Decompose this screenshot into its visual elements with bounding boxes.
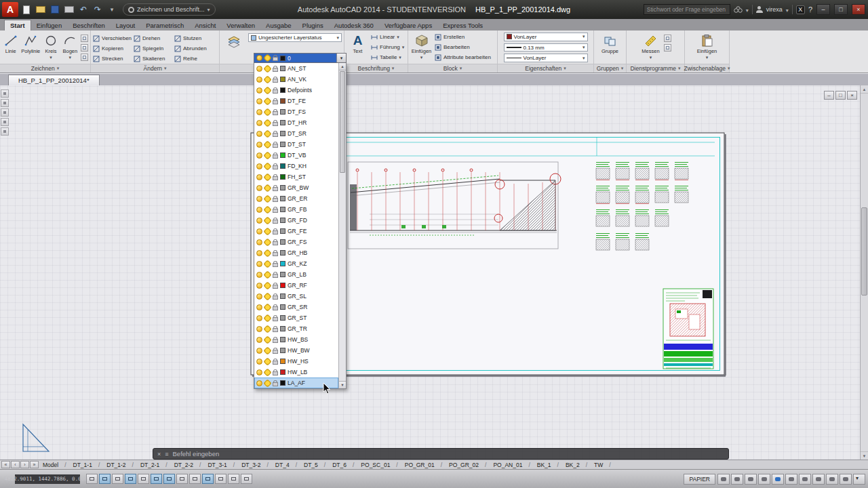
layer-color-swatch[interactable] [280,142,285,147]
layer-color-swatch[interactable] [280,207,285,212]
tpy-toggle[interactable] [228,474,239,484]
mini-tool-icon[interactable] [1,89,9,98]
layout-tab[interactable]: PO_AN_01 [490,462,533,468]
layer-list-item[interactable]: GR_SR [254,302,338,312]
block-tool-button[interactable]: Attribute bearbeiten [435,54,491,61]
layer-list-item[interactable]: FH_ST [254,171,338,182]
lineweight-combo[interactable]: 0.13 mm▾ [504,43,588,52]
quick-view-drawings-icon[interactable] [731,474,743,485]
layer-unlock-icon[interactable] [273,89,278,94]
layer-thaw-icon[interactable] [264,87,271,94]
layer-color-swatch[interactable] [280,109,285,115]
layer-on-icon[interactable] [256,283,262,289]
layer-thaw-icon[interactable] [264,348,271,354]
layer-list-item[interactable]: FD_KH [254,161,338,171]
layout-tab[interactable]: PO_GR_02 [446,462,490,468]
scroll-down-icon[interactable]: ▼ [339,381,346,388]
layer-list-item[interactable]: DT_HR [254,117,338,128]
layer-unlock-icon[interactable] [273,198,278,202]
layer-thaw-icon[interactable] [264,369,271,375]
panel-label-aendern[interactable]: Ändern [91,64,219,73]
layer-thaw-icon[interactable] [264,98,271,104]
layer-on-icon[interactable] [256,66,262,72]
modify-tool-button[interactable]: Drehen [134,35,174,42]
layer-on-icon[interactable] [256,272,262,278]
layout-tab[interactable]: DT_3-1 [204,462,238,468]
layer-unlock-icon[interactable] [273,209,278,213]
paper-model-toggle[interactable]: PAPIER [684,474,715,485]
ribbon-tab[interactable]: Beschriften [67,20,111,30]
ribbon-tab[interactable]: Autodesk 360 [329,20,379,30]
layer-on-icon[interactable] [256,98,262,104]
panel-label-block[interactable]: Block [408,64,497,73]
layer-color-swatch[interactable] [280,98,285,104]
toolbar-lock-icon[interactable] [826,474,838,485]
modify-tool-button[interactable]: Verschieben [93,35,134,42]
layer-color-swatch[interactable] [280,163,285,169]
layer-combo-field[interactable]: 0 [254,54,336,62]
qat-menu-icon[interactable] [106,4,117,15]
layer-unlock-icon[interactable] [273,111,278,115]
scroll-down-icon[interactable]: ▼ [861,451,868,460]
layer-thaw-icon[interactable] [264,261,271,267]
layer-thaw-icon[interactable] [264,283,271,289]
annotation-tool-button[interactable]: Führung [371,44,404,51]
layer-on-icon[interactable] [256,174,262,180]
modify-tool-button[interactable]: Abrunden [174,45,215,52]
layer-list-item[interactable]: DT_ST [254,139,338,150]
layer-thaw-icon[interactable] [264,293,271,300]
hatch-tool-icon[interactable] [81,44,88,52]
layout-tab[interactable]: DT_2-2 [171,462,205,468]
layer-unlock-icon[interactable] [273,361,278,365]
osnap-toggle[interactable] [151,474,162,484]
layout-tab[interactable]: BK_1 [534,462,562,468]
save-icon[interactable] [50,4,60,15]
layer-thaw-icon[interactable] [264,131,271,137]
layer-list-item[interactable]: GR_FS [254,237,338,247]
layer-unlock-icon[interactable] [273,241,278,245]
block-tool-button[interactable]: Erstellen [435,34,491,41]
ribbon-tab[interactable]: Express Tools [437,20,488,30]
layer-color-swatch[interactable] [280,196,285,201]
3dosnap-toggle[interactable] [163,474,175,484]
layout-nav-button[interactable]: « [1,461,10,468]
layer-on-icon[interactable] [256,293,262,300]
layer-unlock-icon[interactable] [273,122,278,126]
infer-constraints-toggle[interactable] [86,474,98,484]
circle-tool-button[interactable]: Kreis [42,32,59,62]
modify-tool-button[interactable]: Reihe [174,56,215,62]
layer-color-swatch[interactable] [280,337,285,342]
title-block[interactable] [663,289,713,369]
vertical-scrollbar[interactable]: ▲ ▼ [860,85,868,460]
undo-icon[interactable] [78,4,89,15]
plot-icon[interactable] [64,4,75,15]
restore-button[interactable]: □ [834,4,848,15]
layer-thaw-icon[interactable] [264,163,271,169]
mini-tool-icon[interactable] [1,118,9,126]
layer-unlock-icon[interactable] [273,133,278,137]
layout-nav-button[interactable]: » [30,461,39,468]
otrack-toggle[interactable] [176,474,188,484]
layer-properties-button[interactable] [222,32,246,62]
layer-thaw-icon[interactable] [264,185,271,191]
object-color-combo[interactable]: VonLayer▾ [504,33,588,41]
layer-thaw-icon[interactable] [264,109,271,115]
command-customize-icon[interactable]: ≡ [165,451,168,458]
layer-unlock-icon[interactable] [273,144,278,148]
drawing-restore-button[interactable]: □ [835,91,846,100]
layer-thaw-icon[interactable] [264,304,271,310]
layer-list-item[interactable]: HW_LB [254,367,338,378]
layer-thaw-icon[interactable] [264,315,271,321]
pan-icon[interactable] [745,474,757,485]
layer-color-swatch[interactable] [280,174,285,180]
layer-on-icon[interactable] [256,207,262,213]
layer-thaw-icon[interactable] [264,380,271,386]
layer-on-icon[interactable] [256,337,262,343]
paste-button[interactable]: Einfügen [696,32,718,62]
layout-tab[interactable]: DT_3-2 [238,462,272,468]
layer-unlock-icon[interactable] [273,79,278,83]
layer-on-icon[interactable] [256,152,262,159]
layer-color-swatch[interactable] [280,261,285,266]
ortho-toggle[interactable] [125,474,136,484]
file-tab-active[interactable]: HB_P_1_PP_20012014* [8,75,100,85]
